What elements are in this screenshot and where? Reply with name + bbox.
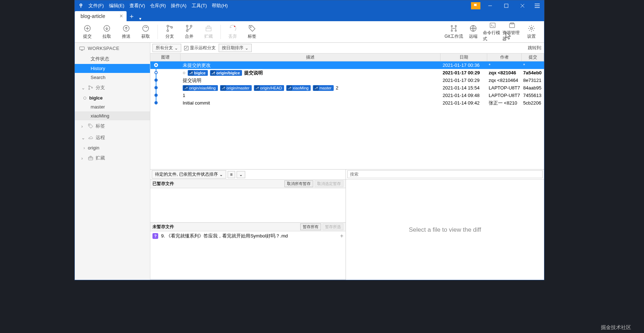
maximize-button[interactable]: [498, 0, 514, 11]
file-panel: 待定的文件, 已依照文件状态排序⌄ ≡ ⌄ 已暂存文件 取消所有暂存 取消选定暂…: [150, 170, 346, 280]
menu-item[interactable]: 操作(A): [171, 3, 186, 9]
stage-all-button[interactable]: 暂存所有: [300, 223, 321, 230]
commit-hash: 84aab95: [522, 85, 544, 91]
new-tab-button[interactable]: ＋: [127, 11, 137, 21]
toolbar-commit[interactable]: 提交: [78, 22, 97, 42]
toolbar-pull[interactable]: 拉取: [97, 22, 117, 42]
toolbar-settings[interactable]: 设置: [522, 22, 541, 42]
workspace-header: WORKSPACE: [75, 43, 150, 54]
chevron-down-icon: ⌄: [81, 85, 86, 91]
toolbar-push[interactable]: 推送: [117, 22, 136, 42]
branch-master[interactable]: master: [75, 102, 150, 111]
commit-row[interactable]: 提交说明2021-01-17 00:29zqx <82104648e73121: [150, 77, 544, 84]
svg-point-8: [167, 30, 169, 32]
tab-title: blog-article: [81, 13, 105, 19]
background-terminal: [0, 0, 74, 280]
col-commit[interactable]: 提交: [522, 54, 544, 61]
menu-item[interactable]: 查看(V): [129, 3, 145, 9]
file-name: 9. 《看完就懂系列》答应我，看完就开始用Symbol好吗？.md: [161, 233, 288, 239]
stage-selected-button[interactable]: 暂存所选: [323, 223, 343, 230]
menu-item[interactable]: 编辑(E): [109, 3, 124, 9]
tab-close-icon[interactable]: ×: [119, 13, 123, 19]
commit-hash: 8e73121: [522, 78, 544, 83]
branch-tag[interactable]: ⎇xiaoMing: [286, 85, 311, 91]
menu-item[interactable]: 工具(T): [192, 3, 207, 9]
minimize-button[interactable]: [482, 0, 498, 11]
commit-row[interactable]: ⎇origin/xiaoMing⎇origin/master⎇origin/HE…: [150, 84, 544, 92]
sidebar-remotes-group[interactable]: ⌄ 远程: [75, 132, 150, 143]
sort-dropdown[interactable]: 按日期排序⌄: [219, 44, 252, 52]
hamburger-icon[interactable]: [530, 3, 544, 8]
col-description[interactable]: 描述: [181, 54, 440, 61]
sidebar-history[interactable]: History: [75, 64, 150, 73]
branch-tag[interactable]: ⎇origin/HEAD: [254, 85, 284, 91]
unstaged-section: 未暂存文件 暂存所有 暂存所选 ? 9. 《看完就懂系列》答应我，看完就开始用S…: [150, 223, 346, 280]
branch-tag[interactable]: ⎇bigIce: [188, 70, 208, 76]
commit-row[interactable]: 未提交的更改2021-01-17 00:36**: [150, 61, 544, 69]
toolbar-terminal[interactable]: 命令行模式: [483, 22, 502, 42]
sidebar-stashes-group[interactable]: › 贮藏: [75, 152, 150, 164]
svg-point-16: [451, 25, 453, 27]
commit-row[interactable]: ○⎇bigIce⎇origin/bigIce提交说明2021-01-17 00:…: [150, 69, 544, 77]
col-date[interactable]: 日期: [440, 54, 487, 61]
commit-date: 2021-01-17 00:36: [440, 63, 487, 68]
svg-point-11: [186, 30, 188, 32]
svg-point-14: [234, 26, 236, 27]
show-remote-checkbox[interactable]: ✓显示远程分支: [184, 45, 216, 51]
commit-row[interactable]: Initial commit2021-01-14 09:42张正一 <82105…: [150, 99, 544, 107]
branch-tag[interactable]: ⎇master: [313, 85, 334, 91]
branch-tag[interactable]: ⎇origin/bigIce: [210, 70, 242, 76]
branch-filter-dropdown[interactable]: 所有分支⌄: [152, 44, 181, 52]
chevron-right-icon: ›: [81, 156, 86, 161]
commit-message: 提交说明: [244, 70, 263, 76]
detail-toolbar: 待定的文件, 已依照文件状态排序⌄ ≡ ⌄: [150, 170, 346, 180]
menu-item[interactable]: 文件(F): [88, 3, 104, 9]
branch-xiaoming[interactable]: xiaoMing: [75, 111, 150, 120]
commit-message: 2: [336, 85, 338, 91]
unstage-all-button[interactable]: 取消所有暂存: [284, 180, 313, 187]
svg-point-18: [455, 25, 457, 27]
commit-list: 未提交的更改2021-01-17 00:36**○⎇bigIce⎇origin/…: [150, 61, 544, 169]
view-mode-list[interactable]: ≡: [228, 171, 235, 178]
branch-bigice[interactable]: bigIce: [75, 93, 150, 102]
search-input[interactable]: [347, 170, 543, 178]
toolbar-gitflow[interactable]: Git工作流: [444, 22, 463, 42]
svg-point-15: [250, 26, 251, 27]
diff-panel: Select a file to view the diff: [346, 170, 544, 280]
toolbar-fetch[interactable]: 获取: [136, 22, 155, 42]
tab-menu-button[interactable]: ▾: [137, 16, 144, 21]
pending-sort-dropdown[interactable]: 待定的文件, 已依照文件状态排序⌄: [152, 170, 226, 179]
sidebar-tags-group[interactable]: › 标签: [75, 120, 150, 132]
sidebar-branches-group[interactable]: ⌄ 分支: [75, 82, 150, 93]
unstage-selected-button[interactable]: 取消选定暂存: [315, 180, 343, 187]
stage-file-button[interactable]: +: [340, 233, 343, 239]
svg-point-27: [88, 88, 90, 89]
toolbar-explorer[interactable]: 资源管理器: [502, 22, 522, 42]
menu-item[interactable]: 帮助(H): [212, 3, 228, 9]
commit-hash: 5cb2206: [522, 100, 544, 106]
toolbar-tag[interactable]: 标签: [242, 22, 262, 42]
toolbar-branch[interactable]: 分支: [160, 22, 179, 42]
col-author[interactable]: 作者: [487, 54, 522, 61]
toolbar-remote[interactable]: 远端: [463, 22, 483, 42]
sidebar-search[interactable]: Search: [75, 73, 150, 82]
notification-flag-icon[interactable]: [471, 2, 480, 9]
sidebar-file-status[interactable]: 文件状态: [75, 54, 150, 64]
col-graph[interactable]: 图谱: [150, 54, 181, 61]
remote-origin[interactable]: › origin: [75, 143, 150, 152]
toolbar-merge[interactable]: 合并: [179, 22, 199, 42]
chevron-right-icon: ›: [83, 145, 85, 151]
menu-item[interactable]: 仓库(R): [150, 3, 166, 9]
svg-point-10: [186, 25, 188, 27]
commit-row[interactable]: 12021-01-14 09:48LAPTOP-U8T77455613: [150, 92, 544, 99]
toolbar: 提交拉取推送获取分支合并贮藏丢弃标签Git工作流远端命令行模式资源管理器设置: [75, 21, 544, 43]
close-button[interactable]: [514, 0, 530, 11]
branch-tag[interactable]: ⎇origin/xiaoMing: [183, 85, 218, 91]
repo-tab[interactable]: blog-article ×: [75, 11, 127, 21]
chevron-down-icon: ⌄: [81, 135, 86, 140]
branch-tag[interactable]: ⎇origin/master: [220, 85, 252, 91]
commit-author: zqx <821046: [487, 70, 522, 75]
view-mode-dropdown[interactable]: ⌄: [237, 171, 245, 178]
commit-date: 2021-01-17 00:29: [440, 70, 487, 75]
file-row[interactable]: ? 9. 《看完就懂系列》答应我，看完就开始用Symbol好吗？.md +: [150, 231, 346, 241]
